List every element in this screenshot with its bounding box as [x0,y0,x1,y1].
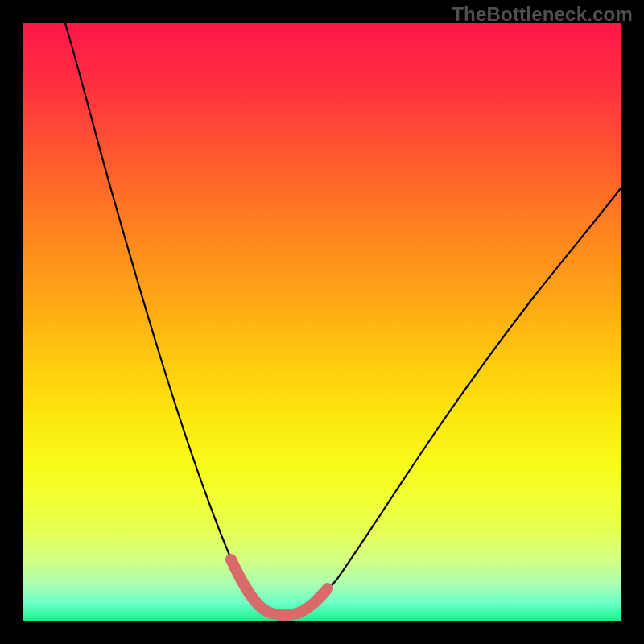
plot-area [23,23,621,621]
chart-svg [23,23,621,621]
chart-frame: TheBottleneck.com [0,0,644,644]
bottleneck-curve-highlight [231,559,328,615]
watermark-text: TheBottleneck.com [452,3,633,26]
bottleneck-curve [65,23,621,615]
